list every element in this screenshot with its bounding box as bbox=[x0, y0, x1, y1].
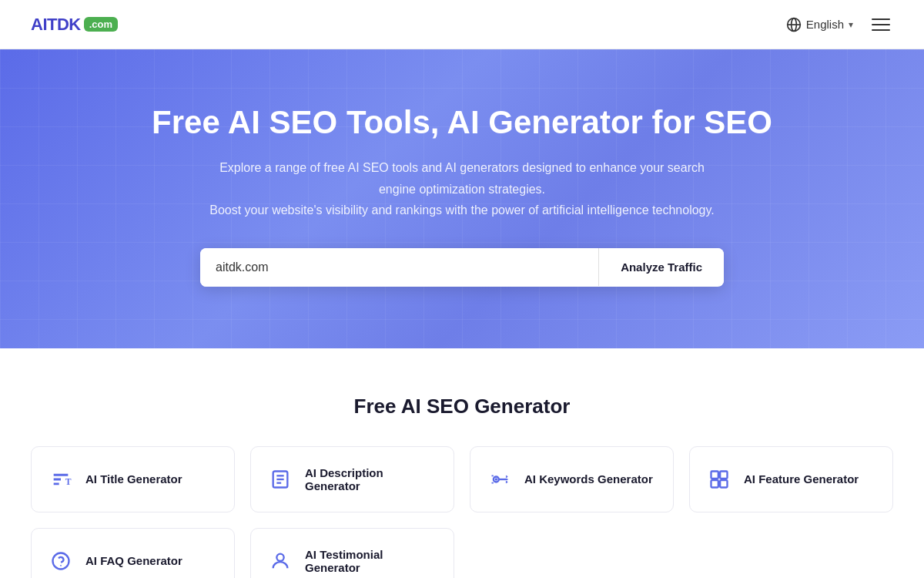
hamburger-line-2 bbox=[872, 24, 890, 25]
tool-card-title[interactable]: T AI Title Generator bbox=[31, 446, 235, 512]
logo-link[interactable]: AITDK .com bbox=[31, 15, 118, 35]
tool-card-description[interactable]: AI Description Generator bbox=[250, 446, 454, 512]
tool-label-testimonial: AI Testimonial Generator bbox=[305, 548, 438, 574]
tools-grid-row1: T AI Title Generator AI Description Gene… bbox=[31, 446, 893, 512]
svg-rect-11 bbox=[720, 471, 727, 478]
chevron-down-icon: ▾ bbox=[849, 19, 853, 30]
svg-text:T: T bbox=[65, 477, 72, 487]
tool-label-description: AI Description Generator bbox=[305, 466, 438, 492]
tools-section: Free AI SEO Generator T AI Title Generat… bbox=[0, 348, 924, 578]
hero-content: Free AI SEO Tools, AI Generator for SEO … bbox=[31, 103, 893, 287]
header: AITDK .com English ▾ bbox=[0, 0, 924, 49]
svg-point-16 bbox=[276, 554, 283, 561]
title-icon: T bbox=[47, 465, 75, 493]
svg-point-14 bbox=[53, 553, 69, 569]
tool-card-feature[interactable]: AI Feature Generator bbox=[689, 446, 893, 512]
hero-section: Free AI SEO Tools, AI Generator for SEO … bbox=[0, 49, 924, 348]
tool-label-title: AI Title Generator bbox=[85, 472, 182, 486]
language-selector[interactable]: English ▾ bbox=[786, 17, 853, 32]
tool-card-testimonial[interactable]: AI Testimonial Generator bbox=[250, 528, 454, 578]
search-bar: Analyze Traffic bbox=[200, 248, 724, 287]
tool-card-keywords[interactable]: AI Keywords Generator bbox=[470, 446, 674, 512]
search-input[interactable] bbox=[200, 248, 598, 287]
tool-label-feature: AI Feature Generator bbox=[744, 472, 859, 486]
hamburger-menu-button[interactable] bbox=[869, 15, 893, 34]
analyze-traffic-button[interactable]: Analyze Traffic bbox=[598, 248, 724, 286]
globe-icon bbox=[786, 17, 802, 32]
hero-subtitle-line1: Explore a range of free AI SEO tools and… bbox=[219, 161, 705, 195]
language-label: English bbox=[806, 18, 844, 31]
header-right: English ▾ bbox=[786, 15, 893, 34]
svg-point-9 bbox=[495, 478, 498, 481]
empty-cell-2 bbox=[689, 528, 893, 578]
feature-icon bbox=[705, 465, 733, 493]
tool-label-keywords: AI Keywords Generator bbox=[524, 472, 653, 486]
description-icon bbox=[266, 465, 294, 493]
logo-text: AITDK bbox=[31, 15, 81, 35]
tools-section-title: Free AI SEO Generator bbox=[31, 395, 893, 418]
svg-point-15 bbox=[60, 565, 62, 566]
logo-badge: .com bbox=[84, 17, 118, 32]
keywords-icon bbox=[486, 465, 514, 493]
empty-cell-1 bbox=[470, 528, 674, 578]
hamburger-line-1 bbox=[872, 18, 890, 20]
hero-subtitle: Explore a range of free AI SEO tools and… bbox=[200, 157, 724, 220]
hamburger-line-3 bbox=[872, 29, 890, 31]
hero-subtitle-line2: Boost your website's visibility and rank… bbox=[209, 203, 715, 217]
svg-rect-12 bbox=[711, 480, 718, 487]
faq-icon bbox=[47, 547, 75, 575]
svg-rect-10 bbox=[711, 471, 718, 478]
tool-label-faq: AI FAQ Generator bbox=[85, 554, 182, 567]
svg-rect-13 bbox=[720, 480, 727, 487]
tool-card-faq[interactable]: AI FAQ Generator bbox=[31, 528, 235, 578]
testimonial-icon bbox=[266, 547, 294, 575]
tools-grid-row2: AI FAQ Generator AI Testimonial Generato… bbox=[31, 528, 893, 578]
hero-title: Free AI SEO Tools, AI Generator for SEO bbox=[31, 103, 893, 142]
